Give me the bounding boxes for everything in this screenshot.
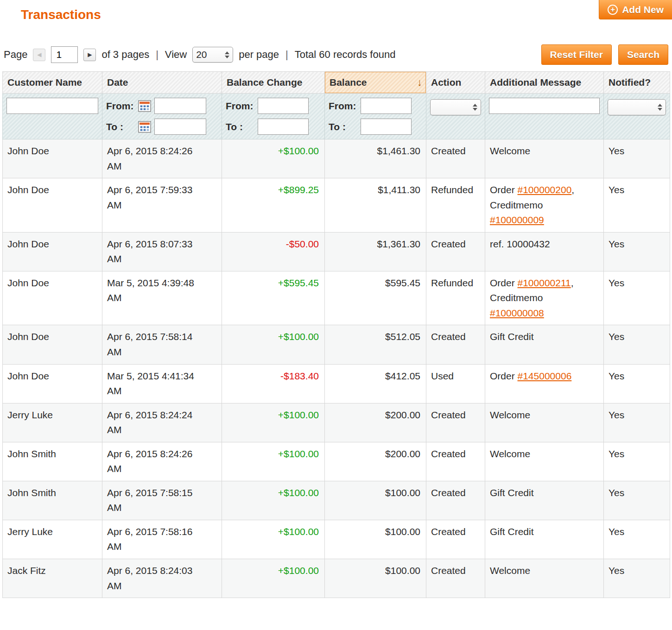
cell-balance: $595.45 [325,271,426,325]
cell-customer-name: John Smith [3,442,102,481]
cell-balance: $200.00 [325,403,426,442]
cell-notified: Yes [604,178,670,233]
cell-date: Apr 6, 2015 7:59:33 AM [102,178,222,233]
transaction-row[interactable]: John DoeApr 6, 2015 7:58:14 AM+$100.00$5… [3,325,670,364]
action-filter-select[interactable] [430,99,481,115]
select-stepper-icon [225,51,229,58]
cell-balance-change: +$100.00 [222,139,325,178]
column-header-notified[interactable]: Notified? [604,72,670,94]
notified-filter-select[interactable] [608,99,666,115]
transaction-row[interactable]: John DoeApr 6, 2015 7:59:33 AM+$899.25$1… [3,178,670,233]
transaction-row[interactable]: John SmithApr 6, 2015 8:24:26 AM+$100.00… [3,442,670,481]
cell-additional-message: Order #145000006 [485,364,604,403]
balance-change-to-filter-input[interactable] [258,119,309,135]
cell-additional-message: Order #100000211, Creditmemo #100000008 [485,271,604,325]
reset-filter-button[interactable]: Reset Filter [541,44,612,65]
cell-customer-name: John Doe [3,178,102,233]
column-label: Action [431,77,461,88]
cell-additional-message: Welcome [485,139,604,178]
filter-cell-additional-message [485,94,604,139]
balance-to-filter-input[interactable] [361,119,412,135]
previous-page-button[interactable]: ◀ [33,49,45,61]
cell-notified: Yes [604,403,670,442]
column-label: Customer Name [7,77,82,88]
cell-customer-name: Jack Fitz [3,559,102,598]
cell-additional-message: Gift Credit [485,325,604,364]
cell-balance-change: +$100.00 [222,520,325,559]
cell-balance-change: +$100.00 [222,403,325,442]
cell-action: Created [426,139,485,178]
search-button[interactable]: Search [618,44,668,65]
column-header-balance-change[interactable]: Balance Change [222,72,325,94]
sort-desc-icon: ↓ [417,76,422,88]
column-label: Balance [330,77,367,88]
cell-balance-change: +$899.25 [222,178,325,233]
next-page-button[interactable]: ▶ [83,49,96,61]
transaction-row[interactable]: John DoeMar 5, 2015 4:41:34 AM-$183.40$4… [3,364,670,403]
cell-action: Refunded [426,271,485,325]
cell-balance: $100.00 [325,481,426,520]
date-to-filter-input[interactable] [154,119,206,135]
filter-cell-date: From: To : [102,94,222,139]
column-header-balance[interactable]: Balance↓ [325,72,426,94]
column-label: Additional Message [490,77,581,88]
grid-toolbar: Page ◀ ▶ of 3 pages | View 20 per page |… [4,44,668,65]
balance-change-from-filter-input[interactable] [258,98,309,114]
transaction-row[interactable]: Jerry LukeApr 6, 2015 8:24:24 AM+$100.00… [3,403,670,442]
date-from-filter-input[interactable] [154,98,206,114]
column-header-action[interactable]: Action [426,72,485,94]
cell-balance-change: +$100.00 [222,325,325,364]
page-number-input[interactable] [51,46,78,63]
cell-balance-change: +$100.00 [222,559,325,598]
cell-notified: Yes [604,364,670,403]
total-records-label: Total 60 records found [295,49,396,61]
order-number-link[interactable]: #100000200 [518,184,572,195]
cell-action: Used [426,364,485,403]
cell-balance-change: -$183.40 [222,364,325,403]
transaction-row[interactable]: John DoeMar 5, 2015 4:39:48 AM+$595.45$5… [3,271,670,325]
cell-notified: Yes [604,139,670,178]
cell-additional-message: Welcome [485,442,604,481]
add-new-button[interactable]: + Add New [599,0,672,19]
calendar-icon[interactable] [138,100,151,112]
order-number-link[interactable]: #100000009 [490,214,544,225]
cell-balance-change: -$50.00 [222,232,325,271]
calendar-icon[interactable] [138,121,151,133]
transaction-row[interactable]: John DoeApr 6, 2015 8:07:33 AM-$50.00$1,… [3,232,670,271]
cell-action: Created [426,520,485,559]
transaction-row[interactable]: Jerry LukeApr 6, 2015 7:58:16 AM+$100.00… [3,520,670,559]
transaction-row[interactable]: John SmithApr 6, 2015 7:58:15 AM+$100.00… [3,481,670,520]
cell-balance: $1,411.30 [325,178,426,233]
order-number-link[interactable]: #145000006 [518,371,572,381]
per-page-select[interactable]: 20 [192,47,233,63]
column-header-additional-message[interactable]: Additional Message [485,72,604,94]
cell-action: Created [426,325,485,364]
order-number-link[interactable]: #100000211 [518,277,571,288]
header-row: Customer NameDateBalance ChangeBalance↓A… [3,72,670,94]
filter-cell-customer-name [3,94,102,139]
per-page-label: per page [239,49,279,61]
select-stepper-icon [658,104,662,111]
transaction-row[interactable]: Jack FitzApr 6, 2015 8:24:03 AM+$100.00$… [3,559,670,598]
column-header-customer-name[interactable]: Customer Name [3,72,102,94]
cell-date: Apr 6, 2015 8:24:26 AM [102,139,222,178]
per-page-value: 20 [196,49,207,60]
cell-balance-change: +$100.00 [222,442,325,481]
filter-cell-notified [604,94,670,139]
cell-date: Apr 6, 2015 8:24:26 AM [102,442,222,481]
cell-balance: $100.00 [325,520,426,559]
filter-cell-balance-change: From: To : [222,94,325,139]
transaction-row[interactable]: John DoeApr 6, 2015 8:24:26 AM+$100.00$1… [3,139,670,178]
page-title: Transactions [21,7,101,22]
additional-message-filter-input[interactable] [489,98,600,114]
add-new-label: Add New [622,4,664,15]
customer-name-filter-input[interactable] [6,98,98,114]
order-number-link[interactable]: #100000008 [490,308,544,318]
page-label: Page [4,49,27,61]
cell-balance: $1,361.30 [325,232,426,271]
cell-balance-change: +$100.00 [222,481,325,520]
cell-customer-name: John Doe [3,139,102,178]
column-header-date[interactable]: Date [102,72,222,94]
balance-from-filter-input[interactable] [361,98,412,114]
cell-balance: $1,461.30 [325,139,426,178]
